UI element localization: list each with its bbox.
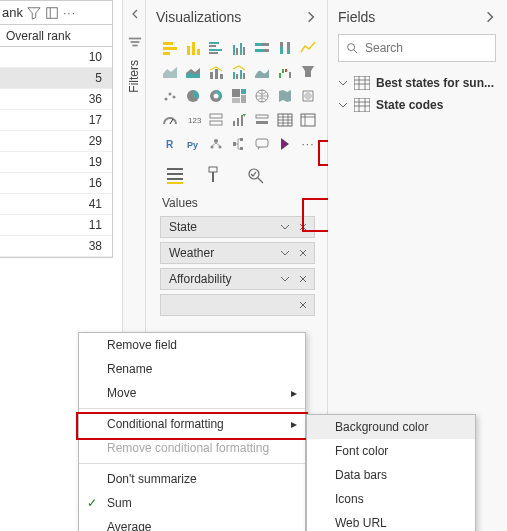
- menu-dont-summarize[interactable]: Don't summarize: [79, 467, 305, 491]
- slicer-icon[interactable]: [252, 110, 272, 130]
- map-icon[interactable]: [252, 86, 272, 106]
- filled-map-icon[interactable]: [275, 86, 295, 106]
- powerapps-icon[interactable]: [275, 134, 295, 154]
- svg-rect-53: [241, 115, 243, 126]
- donut-icon[interactable]: [206, 86, 226, 106]
- area-chart-icon[interactable]: [160, 62, 180, 82]
- value-well-next[interactable]: [160, 294, 315, 316]
- search-field[interactable]: [365, 41, 507, 55]
- stacked-column-icon[interactable]: [183, 38, 203, 58]
- chevron-right-icon[interactable]: [484, 11, 496, 23]
- hundred-column-icon[interactable]: [275, 38, 295, 58]
- table-row[interactable]: 5: [0, 68, 112, 89]
- remove-field-icon[interactable]: [294, 218, 312, 236]
- format-tab[interactable]: [204, 164, 226, 186]
- menu-conditional-formatting[interactable]: Conditional formatting▸: [79, 412, 305, 436]
- menu-sum[interactable]: ✓Sum: [79, 491, 305, 515]
- menu-remove-field[interactable]: Remove field: [79, 333, 305, 357]
- svg-rect-35: [285, 69, 287, 72]
- svg-rect-69: [167, 178, 183, 180]
- chevron-down-icon[interactable]: [276, 218, 294, 236]
- filters-label[interactable]: Filters: [127, 60, 141, 95]
- pie-icon[interactable]: [183, 86, 203, 106]
- r-visual-icon[interactable]: R: [160, 134, 180, 154]
- table-row[interactable]: 38: [0, 236, 112, 257]
- ribbon-chart-icon[interactable]: [252, 62, 272, 82]
- filters-icon[interactable]: [123, 28, 147, 56]
- table-row[interactable]: 17: [0, 110, 112, 131]
- multi-row-card-icon[interactable]: [206, 110, 226, 130]
- submenu-icons[interactable]: Icons: [307, 487, 475, 511]
- fields-tab[interactable]: [164, 164, 186, 186]
- line-column-icon[interactable]: [206, 62, 226, 82]
- remove-field-icon[interactable]: [294, 244, 312, 262]
- column-header[interactable]: Overall rank: [0, 25, 112, 47]
- svg-text:Py: Py: [187, 140, 198, 150]
- more-options-icon[interactable]: ···: [63, 6, 76, 20]
- svg-rect-54: [256, 115, 268, 118]
- svg-rect-2: [131, 41, 140, 43]
- value-well-state[interactable]: State: [160, 216, 315, 238]
- funnel-icon[interactable]: [298, 62, 318, 82]
- kpi-icon[interactable]: [229, 110, 249, 130]
- value-well-affordability[interactable]: Affordability: [160, 268, 315, 290]
- search-input[interactable]: [338, 34, 496, 62]
- stacked-bar-icon[interactable]: [160, 38, 180, 58]
- table-node[interactable]: Best states for sun...: [328, 72, 506, 94]
- table-row[interactable]: 41: [0, 194, 112, 215]
- svg-rect-72: [212, 172, 214, 182]
- python-visual-icon[interactable]: Py: [183, 134, 203, 154]
- waterfall-icon[interactable]: [275, 62, 295, 82]
- clustered-column-icon[interactable]: [229, 38, 249, 58]
- decomposition-tree-icon[interactable]: [229, 134, 249, 154]
- table-icon: [354, 98, 370, 112]
- hundred-bar-icon[interactable]: [252, 38, 272, 58]
- menu-rename[interactable]: Rename: [79, 357, 305, 381]
- menu-move[interactable]: Move▸: [79, 381, 305, 405]
- scatter-icon[interactable]: [160, 86, 180, 106]
- line-chart-icon[interactable]: [298, 38, 318, 58]
- focus-mode-icon[interactable]: [45, 6, 59, 20]
- table-row[interactable]: 19: [0, 152, 112, 173]
- svg-rect-33: [279, 73, 281, 78]
- analytics-tab[interactable]: [244, 164, 266, 186]
- viz-tabs: [146, 154, 327, 192]
- table-row[interactable]: 29: [0, 131, 112, 152]
- svg-rect-57: [301, 114, 315, 126]
- submenu-font-color[interactable]: Font color: [307, 439, 475, 463]
- table-row[interactable]: 10: [0, 47, 112, 68]
- chevron-down-icon[interactable]: [276, 270, 294, 288]
- remove-field-icon[interactable]: [294, 270, 312, 288]
- svg-rect-70: [167, 182, 183, 184]
- shape-map-icon[interactable]: [298, 86, 318, 106]
- filter-icon[interactable]: [27, 6, 41, 20]
- submenu-background-color[interactable]: Background color: [307, 415, 475, 439]
- clustered-bar-icon[interactable]: [206, 38, 226, 58]
- values-section-label: Values: [146, 192, 327, 216]
- treemap-icon[interactable]: [229, 86, 249, 106]
- menu-average[interactable]: Average: [79, 515, 305, 531]
- qa-visual-icon[interactable]: [252, 134, 272, 154]
- submenu-data-bars[interactable]: Data bars: [307, 463, 475, 487]
- chevron-right-icon[interactable]: [305, 11, 317, 23]
- gauge-icon[interactable]: [160, 110, 180, 130]
- matrix-icon[interactable]: [298, 110, 318, 130]
- value-well-weather[interactable]: Weather: [160, 242, 315, 264]
- table-icon[interactable]: [275, 110, 295, 130]
- table-row[interactable]: 16: [0, 173, 112, 194]
- chevron-left-icon[interactable]: [123, 0, 147, 28]
- more-visuals-icon[interactable]: ···: [298, 134, 318, 154]
- card-icon[interactable]: 123: [183, 110, 203, 130]
- stacked-area-icon[interactable]: [183, 62, 203, 82]
- svg-rect-9: [197, 49, 200, 55]
- table-row[interactable]: 36: [0, 89, 112, 110]
- svg-rect-27: [215, 69, 218, 79]
- line-clustered-icon[interactable]: [229, 62, 249, 82]
- table-node[interactable]: State codes: [328, 94, 506, 116]
- table-row[interactable]: 11: [0, 215, 112, 236]
- submenu-web-url[interactable]: Web URL: [307, 511, 475, 531]
- key-influencers-icon[interactable]: [206, 134, 226, 154]
- chevron-down-icon[interactable]: [276, 244, 294, 262]
- remove-field-icon[interactable]: [294, 296, 312, 314]
- svg-rect-7: [187, 46, 190, 55]
